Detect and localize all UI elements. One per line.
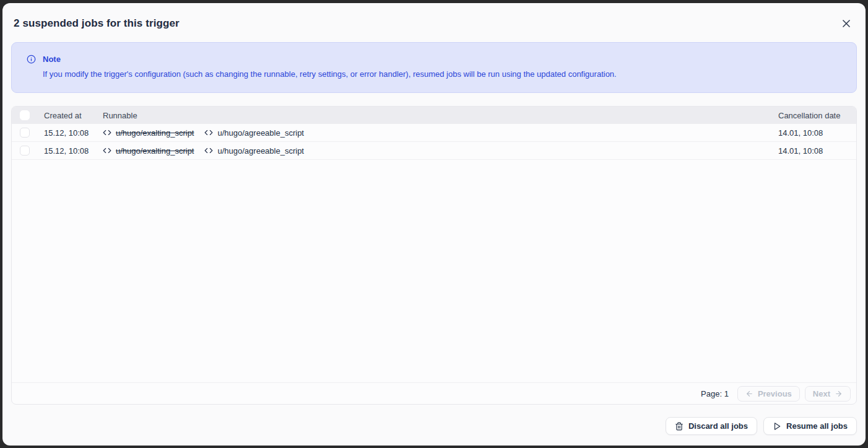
next-page-button[interactable]: Next xyxy=(805,386,851,402)
column-header-cancellation-date: Cancellation date xyxy=(778,111,856,120)
code-icon xyxy=(103,146,111,155)
code-icon xyxy=(204,146,213,155)
modal-actions: Discard all jobs Resume all jobs xyxy=(11,417,857,435)
note-heading: Note xyxy=(43,55,61,64)
resume-all-jobs-label: Resume all jobs xyxy=(786,421,848,431)
runnable-old-path: u/hugo/exalting_script xyxy=(116,146,194,156)
next-page-label: Next xyxy=(813,389,830,398)
select-all-checkbox[interactable] xyxy=(20,110,30,120)
page-indicator: Page: 1 xyxy=(701,389,729,398)
cancellation-date-cell: 14.01, 10:08 xyxy=(778,128,856,138)
trash-icon xyxy=(675,422,684,431)
runnable-new-path: u/hugo/agreeable_script xyxy=(217,128,304,138)
table-row[interactable]: 15.12, 10:08 u/hugo/exalting_script u/hu… xyxy=(12,124,856,142)
arrow-left-icon xyxy=(745,390,753,398)
note-body: If you modify the trigger's configuratio… xyxy=(43,69,843,79)
suspended-jobs-table: Created at Runnable Cancellation date 15… xyxy=(11,106,857,405)
play-icon xyxy=(773,422,781,431)
discard-all-jobs-label: Discard all jobs xyxy=(688,421,748,431)
suspended-jobs-modal: 2 suspended jobs for this trigger Note I… xyxy=(2,3,866,446)
row-checkbox[interactable] xyxy=(20,128,30,138)
row-checkbox-cell xyxy=(12,146,44,156)
close-button[interactable] xyxy=(838,15,854,32)
background-page-text: Metadata xyxy=(534,0,571,2)
modal-header: 2 suspended jobs for this trigger xyxy=(11,3,857,42)
header-checkbox-cell xyxy=(12,110,44,120)
resume-all-jobs-button[interactable]: Resume all jobs xyxy=(763,417,857,435)
row-checkbox-cell xyxy=(12,128,44,138)
runnable-new-path: u/hugo/agreeable_script xyxy=(217,146,304,156)
discard-all-jobs-button[interactable]: Discard all jobs xyxy=(666,417,757,435)
cancellation-date-cell: 14.01, 10:08 xyxy=(778,146,856,156)
modal-title: 2 suspended jobs for this trigger xyxy=(14,17,180,30)
runnable-cell: u/hugo/exalting_script u/hugo/agreeable_… xyxy=(103,146,778,156)
created-at-cell: 15.12, 10:08 xyxy=(44,146,103,156)
code-icon xyxy=(103,128,111,137)
pagination-bar: Page: 1 Previous Next xyxy=(12,382,856,404)
column-header-runnable: Runnable xyxy=(103,111,778,120)
previous-page-label: Previous xyxy=(758,389,792,398)
note-banner: Note If you modify the trigger's configu… xyxy=(11,42,857,93)
column-header-created-at: Created at xyxy=(44,111,103,120)
runnable-old-path: u/hugo/exalting_script xyxy=(116,128,194,138)
info-icon xyxy=(27,55,36,64)
code-icon xyxy=(204,128,213,137)
runnable-cell: u/hugo/exalting_script u/hugo/agreeable_… xyxy=(103,128,778,138)
note-header: Note xyxy=(27,55,843,64)
created-at-cell: 15.12, 10:08 xyxy=(44,128,103,138)
previous-page-button[interactable]: Previous xyxy=(737,386,800,402)
arrow-right-icon xyxy=(835,390,843,398)
table-empty-space xyxy=(12,160,856,382)
table-row[interactable]: 15.12, 10:08 u/hugo/exalting_script u/hu… xyxy=(12,142,856,160)
row-checkbox[interactable] xyxy=(20,146,30,156)
close-icon xyxy=(840,17,853,30)
table-header-row: Created at Runnable Cancellation date xyxy=(12,107,856,124)
